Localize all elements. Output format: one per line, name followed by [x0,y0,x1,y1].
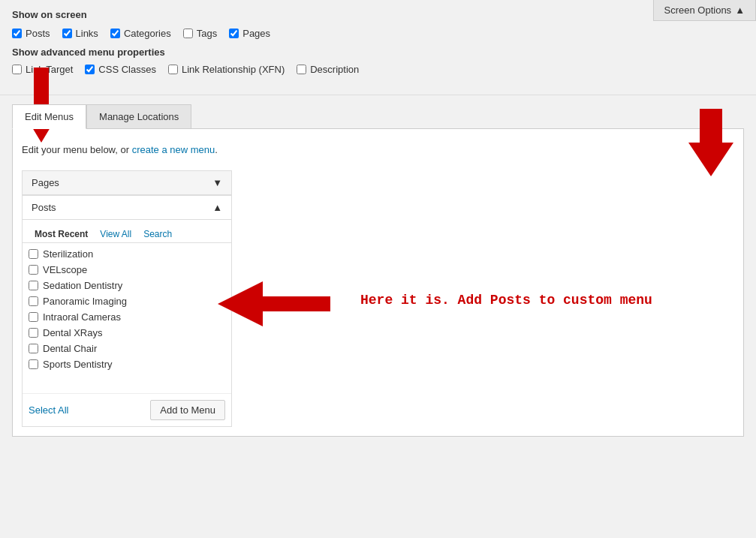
posts-checkbox[interactable] [12,29,22,38]
links-checkbox[interactable] [62,29,72,38]
post-checkbox-panoramic[interactable] [29,296,38,306]
pages-label: Pages [242,28,270,39]
screen-options-label: Screen Options [664,5,732,16]
css-classes-text: CSS Classes [98,64,156,75]
post-checkbox-intraoral[interactable] [29,312,38,322]
pages-panel: Pages ▼ [22,170,232,195]
post-label-sports: Sports Dentistry [43,359,112,370]
create-new-menu-link[interactable]: create a new menu [132,144,215,155]
link-target-checkbox[interactable] [12,65,22,74]
description-label[interactable]: Description [297,64,359,75]
show-on-screen-row: Posts Links Categories Tags Pages [12,28,744,39]
add-to-menu-button[interactable]: Add to Menu [150,400,225,420]
post-label-xrays: Dental XRays [43,327,102,338]
posts-panel: Posts ▲ Most Recent View All Search Ster… [22,195,232,427]
post-checkbox-sports[interactable] [29,359,38,369]
posts-panel-label: Posts [32,202,56,213]
post-checkbox-dental-chair[interactable] [29,344,38,353]
posts-panel-header[interactable]: Posts ▲ [23,196,231,220]
css-classes-checkbox[interactable] [85,65,95,74]
post-label-panoramic: Panoramic Imaging [43,296,127,307]
screen-options-toggle[interactable]: Screen Options ▲ [653,0,756,21]
list-item: Dental XRays [29,325,225,341]
edit-menu-note-prefix: Edit your menu below, or [22,144,132,155]
tags-label: Tags [197,28,217,39]
links-label: Links [76,28,98,39]
categories-checkbox[interactable] [110,29,120,38]
edit-menu-note: Edit your menu below, or create a new me… [22,138,734,161]
post-checkbox-velscope[interactable] [29,265,38,275]
pages-checkbox[interactable] [229,29,239,38]
post-checkbox-sterilization[interactable] [29,249,38,259]
categories-checkbox-label[interactable]: Categories [110,28,171,39]
advanced-menu-row: Link Target CSS Classes Link Relationshi… [12,64,744,75]
posts-list-wrapper: Sterilization VELscope Sedation Dentistr… [23,243,231,393]
post-label-sedation: Sedation Dentistry [43,280,122,291]
posts-tabs: Most Recent View All Search [23,220,231,243]
content-area: Edit your menu below, or create a new me… [12,129,744,437]
advanced-menu-section: Show advanced menu properties Link Targe… [12,47,744,75]
link-rel-label[interactable]: Link Relationship (XFN) [168,64,285,75]
posts-checkbox-label[interactable]: Posts [12,28,50,39]
annotation-text: Here it is. Add Posts to custom menu [360,293,652,308]
tab-view-all[interactable]: View All [94,226,137,242]
select-all-link[interactable]: Select All [29,404,68,416]
css-classes-label[interactable]: CSS Classes [85,64,156,75]
description-text: Description [310,64,359,75]
posts-label: Posts [26,28,50,39]
main-content: Edit Menus Manage Locations Edit your me… [0,95,756,446]
post-label-dental-chair: Dental Chair [43,343,97,354]
tags-checkbox-label[interactable]: Tags [183,28,217,39]
pages-panel-header[interactable]: Pages ▼ [23,171,231,195]
post-checkbox-sedation[interactable] [29,281,38,290]
show-on-screen-title: Show on screen [12,9,744,20]
screen-options-collapse-icon: ▲ [735,5,745,16]
edit-menu-note-suffix: . [215,144,218,155]
advanced-menu-title: Show advanced menu properties [12,47,744,58]
page-wrapper: Screen Options ▲ Show on screen Posts Li… [0,0,756,538]
list-item: Panoramic Imaging [29,293,225,309]
tab-search[interactable]: Search [137,226,178,242]
link-target-label[interactable]: Link Target [12,64,73,75]
link-rel-checkbox[interactable] [168,65,178,74]
links-checkbox-label[interactable]: Links [62,28,98,39]
list-item: Sterilization [29,246,225,262]
posts-panel-footer: Select All Add to Menu [23,393,231,426]
posts-panel-icon: ▲ [212,202,222,213]
tab-edit-menus[interactable]: Edit Menus [12,104,86,129]
list-item: Dental Chair [29,341,225,356]
tags-checkbox[interactable] [183,29,193,38]
screen-options-bar: Screen Options ▲ Show on screen Posts Li… [0,0,756,95]
tabs-bar: Edit Menus Manage Locations [12,104,744,129]
pages-panel-icon: ▼ [212,177,222,188]
tab-manage-locations[interactable]: Manage Locations [86,104,191,128]
pages-panel-label: Pages [32,177,59,188]
list-item: Intraoral Cameras [29,309,225,325]
pages-checkbox-label[interactable]: Pages [229,28,270,39]
post-checkbox-xrays[interactable] [29,328,38,338]
tab-most-recent[interactable]: Most Recent [29,226,94,242]
post-label-sterilization: Sterilization [43,248,93,260]
description-checkbox[interactable] [297,65,306,74]
list-item: Sports Dentistry [29,356,225,372]
posts-list[interactable]: Sterilization VELscope Sedation Dentistr… [23,243,231,387]
link-target-text: Link Target [26,64,73,75]
posts-panel-content: Most Recent View All Search Sterilizatio… [23,220,231,426]
categories-label: Categories [124,28,171,39]
list-item: VELscope [29,262,225,278]
post-label-intraoral: Intraoral Cameras [43,311,121,323]
show-on-screen-section: Show on screen Posts Links Categories Ta… [12,9,744,39]
list-item: Sedation Dentistry [29,278,225,293]
post-label-velscope: VELscope [43,264,87,275]
link-rel-text: Link Relationship (XFN) [182,64,285,75]
